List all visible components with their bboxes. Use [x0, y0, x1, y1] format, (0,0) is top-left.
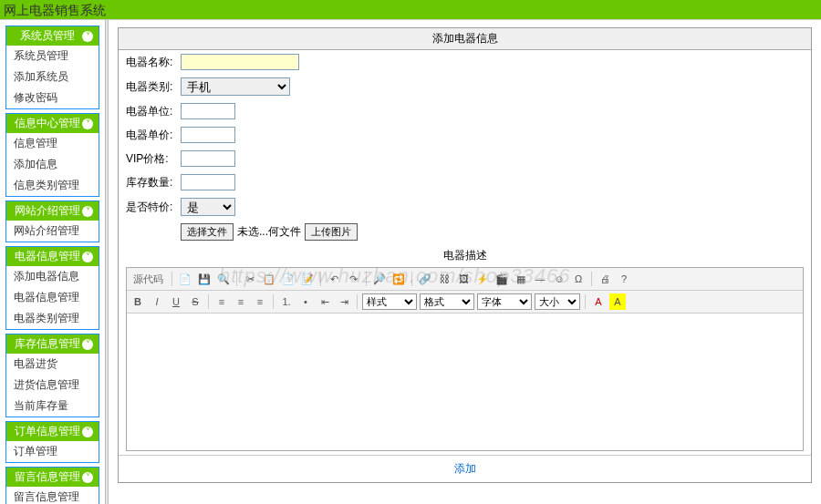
menu-item[interactable]: 添加系统员: [6, 67, 99, 87]
menu-header[interactable]: 订单信息管理˅: [6, 422, 99, 441]
ul-icon[interactable]: •: [297, 293, 314, 310]
rich-editor: 源代码 📄 💾 🔍 ✂ 📋 📄 📝 ↶ ↷ 🔎 🔁: [126, 267, 804, 451]
menu-group: 电器信息管理˅添加电器信息电器信息管理电器类别管理: [5, 246, 99, 330]
menu-header[interactable]: 电器信息管理˅: [6, 247, 99, 266]
redo-icon[interactable]: ↷: [345, 271, 361, 287]
menu-header[interactable]: 留言信息管理˅: [6, 468, 99, 487]
new-icon[interactable]: 📄: [177, 271, 193, 287]
menu-header[interactable]: 网站介绍管理˅: [6, 201, 99, 221]
menu-item[interactable]: 进货信息管理: [6, 375, 99, 396]
copy-icon[interactable]: 📋: [261, 271, 277, 287]
text-color-icon[interactable]: A: [590, 293, 607, 310]
vip-label: VIP价格:: [126, 151, 177, 167]
menu-title: 信息中心管理: [12, 116, 82, 131]
menu-item[interactable]: 网站介绍管理: [6, 221, 99, 242]
menu-group: 订单信息管理˅订单管理: [5, 421, 99, 463]
paste-word-icon[interactable]: 📝: [299, 271, 316, 287]
cut-icon[interactable]: ✂: [242, 271, 258, 287]
link-icon[interactable]: 🔗: [417, 271, 433, 287]
menu-item[interactable]: 添加信息: [6, 154, 99, 175]
menu-item[interactable]: 电器信息管理: [6, 287, 99, 308]
table-icon[interactable]: ▦: [513, 271, 529, 287]
chevron-down-icon[interactable]: ˅: [82, 339, 93, 350]
save-icon[interactable]: 💾: [196, 271, 213, 287]
unit-input[interactable]: [181, 103, 235, 119]
main-layout: 系统员管理˅系统员管理添加系统员修改密码信息中心管理˅信息管理添加信息信息类别管…: [0, 20, 821, 504]
menu-item[interactable]: 留言信息管理: [6, 487, 99, 504]
menu-item[interactable]: 修改密码: [6, 87, 99, 108]
menu-item[interactable]: 添加电器信息: [6, 266, 99, 287]
hr-icon[interactable]: —: [532, 271, 548, 287]
menu-header[interactable]: 信息中心管理˅: [6, 114, 99, 133]
indent-icon[interactable]: ⇥: [336, 293, 352, 310]
align-right-icon[interactable]: ≡: [252, 293, 268, 310]
chevron-down-icon[interactable]: ˅: [82, 252, 93, 262]
chevron-down-icon[interactable]: ˅: [82, 427, 93, 437]
char-icon[interactable]: Ω: [570, 271, 587, 287]
chevron-down-icon[interactable]: ˅: [82, 206, 93, 217]
align-center-icon[interactable]: ≡: [233, 293, 249, 310]
menu-title: 订单信息管理: [12, 424, 82, 439]
source-code-label[interactable]: 源代码: [130, 273, 167, 286]
ol-icon[interactable]: 1.: [278, 293, 295, 310]
outdent-icon[interactable]: ⇤: [317, 293, 333, 310]
price-input[interactable]: [181, 127, 235, 143]
menu-item[interactable]: 系统员管理: [6, 46, 99, 67]
editor-toolbar-2: B I U S ≡ ≡ ≡ 1. • ⇤ ⇥ 样式 格式 字体: [127, 291, 803, 314]
name-input[interactable]: [181, 54, 299, 70]
unlink-icon[interactable]: ⛓: [436, 271, 452, 287]
style-select[interactable]: 样式: [362, 293, 417, 310]
underline-icon[interactable]: U: [168, 293, 184, 310]
menu-title: 系统员管理: [12, 28, 82, 44]
image-icon[interactable]: 🖼: [455, 271, 472, 287]
menu-item[interactable]: 电器类别管理: [6, 308, 99, 329]
font-select[interactable]: 字体: [477, 293, 532, 310]
bg-color-icon[interactable]: A: [609, 293, 626, 310]
flash-icon[interactable]: ⚡: [474, 271, 491, 287]
choose-file-button[interactable]: 选择文件: [181, 223, 234, 241]
editor-body[interactable]: [127, 314, 803, 450]
chevron-down-icon[interactable]: ˅: [82, 118, 93, 129]
menu-item[interactable]: 信息类别管理: [6, 175, 99, 196]
menu-group: 系统员管理˅系统员管理添加系统员修改密码: [5, 26, 99, 109]
special-label: 是否特价:: [126, 200, 177, 215]
help-icon[interactable]: ?: [616, 271, 632, 287]
menu-title: 电器信息管理: [12, 249, 82, 264]
preview-icon[interactable]: 🔍: [215, 271, 232, 287]
menu-group: 库存信息管理˅电器进货进货信息管理当前库存量: [5, 334, 99, 417]
upload-button[interactable]: 上传图片: [305, 223, 358, 241]
category-select[interactable]: 手机: [181, 77, 290, 96]
special-select[interactable]: 是: [181, 198, 235, 216]
replace-icon[interactable]: 🔁: [390, 271, 407, 287]
paste-icon[interactable]: 📄: [280, 271, 296, 287]
menu-header[interactable]: 系统员管理˅: [6, 26, 99, 46]
name-label: 电器名称:: [126, 55, 177, 70]
vip-input[interactable]: [181, 150, 235, 167]
strike-icon[interactable]: S: [187, 293, 203, 310]
bold-icon[interactable]: B: [130, 293, 146, 310]
chevron-down-icon[interactable]: ˅: [82, 31, 93, 42]
find-icon[interactable]: 🔎: [371, 271, 388, 287]
emoji-icon[interactable]: ☺: [551, 271, 567, 287]
submit-button[interactable]: 添加: [454, 462, 476, 475]
menu-title: 网站介绍管理: [12, 203, 82, 219]
format-select[interactable]: 格式: [420, 293, 474, 310]
media-icon[interactable]: 🎬: [494, 271, 510, 287]
menu-header[interactable]: 库存信息管理˅: [6, 334, 99, 354]
menu-item[interactable]: 电器进货: [6, 354, 99, 375]
italic-icon[interactable]: I: [149, 293, 165, 310]
align-left-icon[interactable]: ≡: [213, 293, 230, 310]
print-icon[interactable]: 🖨: [597, 271, 613, 287]
undo-icon[interactable]: ↶: [326, 271, 342, 287]
stock-label: 库存数量:: [126, 175, 177, 190]
app-title: 网上电器销售系统: [4, 3, 106, 17]
menu-group: 留言信息管理˅留言信息管理: [5, 467, 99, 504]
chevron-down-icon[interactable]: ˅: [82, 472, 93, 483]
panel-title: 添加电器信息: [119, 28, 811, 50]
menu-item[interactable]: 订单管理: [6, 441, 99, 462]
menu-group: 网站介绍管理˅网站介绍管理: [5, 201, 99, 242]
menu-item[interactable]: 信息管理: [6, 133, 99, 154]
stock-input[interactable]: [181, 174, 235, 190]
menu-item[interactable]: 当前库存量: [6, 396, 99, 417]
size-select[interactable]: 大小: [535, 293, 580, 310]
